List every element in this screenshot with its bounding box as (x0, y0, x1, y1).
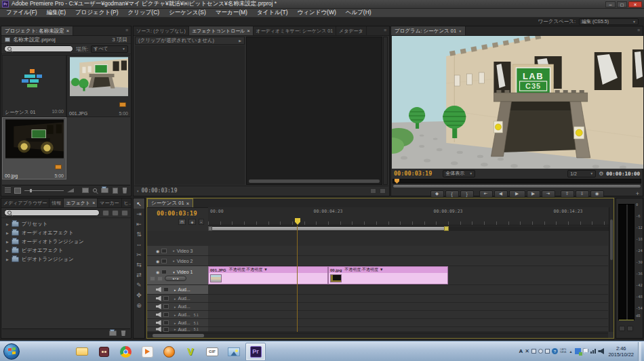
solo-left-button[interactable] (619, 326, 625, 331)
menu-marker[interactable]: マーカー(M) (211, 9, 252, 17)
timeline-timecode[interactable]: 00:00:03:19 (157, 210, 197, 217)
project-item-001jpg[interactable]: 001.JPG5:00 (66, 55, 130, 117)
tab-media-browser[interactable]: メディアブラウザー (1, 198, 49, 207)
tray-expand-button[interactable]: ▴ (569, 349, 571, 354)
button-editor-plus[interactable]: + (636, 190, 639, 197)
folder-audio-transitions[interactable]: ▶オーディオトランジション (2, 237, 130, 246)
timeline-clip-00jpg[interactable]: 00.jpg不透明度:不透明度 ▼ (328, 266, 448, 284)
close-icon[interactable]: × (186, 200, 189, 207)
speaker-icon[interactable] (156, 320, 161, 326)
menu-edit[interactable]: 編集(E) (42, 9, 71, 17)
close-icon[interactable]: × (66, 28, 69, 34)
tab-project[interactable]: プロジェクト: 名称未設定× (1, 26, 73, 35)
tool-selection[interactable]: ↖ (134, 198, 144, 209)
expand-icon[interactable]: ▸ (173, 249, 175, 253)
ime-tool-icon[interactable]: ✕ (525, 348, 529, 354)
expand-icon[interactable]: ▸ (174, 313, 176, 317)
taskbar-image-viewer[interactable] (224, 343, 244, 361)
panel-menu-icon[interactable]: ≡ (381, 26, 389, 35)
track-header-audio3[interactable]: ▸Aud... (147, 303, 208, 311)
tool-zoom[interactable]: ⊕ (134, 300, 144, 310)
new-bin-button[interactable] (101, 188, 108, 193)
timeline-h-scrollbar[interactable] (147, 333, 608, 338)
mark-in-button[interactable]: { (445, 190, 459, 198)
work-area-bar[interactable] (208, 226, 609, 231)
track-header-video2[interactable]: ◉▸Video 2 (147, 256, 208, 266)
taskbar-robot-app[interactable] (94, 343, 114, 361)
find-button[interactable] (93, 188, 97, 192)
middle-v-scrollbar[interactable] (383, 37, 388, 185)
tool-slip[interactable]: ⇆ (134, 259, 144, 270)
work-area-start-marker[interactable] (208, 226, 212, 231)
track-content-video2[interactable] (208, 256, 608, 266)
effects-search-input[interactable] (4, 209, 100, 216)
track-content-audio2[interactable] (208, 295, 608, 303)
play-button[interactable]: ▶ (509, 190, 525, 198)
marker-pin-button[interactable]: ▪ (199, 219, 204, 225)
expand-icon[interactable]: ▸ (173, 259, 175, 263)
panel-menu-icon[interactable]: ≡ (635, 26, 643, 35)
track-header-video1[interactable]: ◉▾Video 1 ◂ ⬩ ▸ (147, 266, 208, 285)
taskbar-gif-app[interactable]: GIF (202, 343, 222, 361)
tray-app-icon[interactable] (538, 349, 543, 354)
goto-in-button[interactable]: ⇤ (479, 190, 493, 198)
panel-menu-icon[interactable]: ≡ (123, 26, 131, 35)
help-icon[interactable]: ? (552, 348, 558, 354)
speaker-icon[interactable] (156, 304, 161, 310)
project-item-00jpg[interactable]: 00.jpg5:00 (2, 117, 66, 179)
list-view-button[interactable] (5, 188, 11, 193)
track-content-audio4[interactable] (208, 311, 608, 319)
sync-lock-box[interactable] (163, 296, 169, 301)
playhead-marker[interactable] (395, 179, 399, 184)
eye-icon[interactable]: ◉ (156, 259, 159, 263)
folder-video-transitions[interactable]: ▶ビデオトランジション (2, 255, 130, 263)
solo-right-button[interactable] (627, 326, 633, 331)
menu-clip[interactable]: クリップ(C) (123, 9, 165, 17)
set-marker-button[interactable]: ◆ (188, 219, 196, 225)
yuv-filter-icon[interactable] (121, 210, 128, 216)
project-item-sequence[interactable]: シーケンス 0110:00 (2, 55, 66, 117)
track-header-video3[interactable]: ◉▸Video 3 (147, 246, 208, 256)
trash-button[interactable] (122, 188, 127, 194)
snap-toggle[interactable]: ⊓ (178, 219, 186, 225)
keyframe-nav[interactable]: ◂ ⬩ ▸ (165, 276, 186, 281)
track-content-audio1[interactable] (208, 285, 608, 295)
program-scrollbar[interactable] (393, 184, 641, 188)
taskbar-chrome[interactable] (115, 343, 136, 361)
show-keyframes-icon[interactable] (157, 276, 163, 281)
ime-mode[interactable]: A (519, 348, 523, 354)
tool-track-select[interactable]: ⇥ (134, 209, 144, 219)
effect-controls-timecode[interactable]: 00:00:03:19 (142, 188, 178, 194)
speaker-icon[interactable] (156, 312, 161, 318)
fit-select[interactable]: 全体表示▼ (443, 170, 475, 177)
speaker-icon[interactable] (156, 296, 161, 301)
signal-bars-icon[interactable] (590, 349, 596, 354)
program-timecode[interactable]: 00:00:03:19 (394, 170, 432, 177)
sync-lock-box[interactable] (161, 259, 167, 263)
32bit-filter-icon[interactable] (112, 210, 119, 216)
track-header-audio1[interactable]: ▸Aud... (147, 285, 208, 295)
resolution-select[interactable]: 1/2▼ (567, 170, 596, 177)
tab-sequence-01[interactable]: シーケンス 01× (147, 198, 193, 207)
tool-pen[interactable]: ✎ (134, 280, 144, 290)
tab-metadata[interactable]: メタデータ (336, 26, 367, 35)
close-button[interactable]: ✕ (628, 1, 642, 7)
track-content-video3[interactable] (208, 246, 608, 256)
tab-effect-controls[interactable]: エフェクトコントロール× (189, 26, 254, 35)
eye-icon[interactable]: ◉ (156, 249, 159, 253)
sync-lock-box[interactable] (163, 312, 169, 317)
minimize-button[interactable]: – (605, 1, 616, 7)
sync-lock-box[interactable] (163, 320, 169, 325)
taskbar-explorer[interactable] (72, 343, 92, 361)
tool-rate-stretch[interactable]: ⇔ (134, 239, 144, 249)
menu-help[interactable]: ヘルプ(H) (341, 9, 376, 17)
expand-icon[interactable]: ▸ (174, 327, 176, 331)
taskbar-orb-app[interactable] (159, 343, 179, 361)
twirl-icon[interactable]: ▶ (239, 39, 241, 43)
track-header-audio5[interactable]: ▸Aud...5.1 (147, 319, 208, 327)
sync-lock-box[interactable] (163, 327, 169, 332)
menu-file[interactable]: ファイル(F) (1, 9, 42, 17)
speaker-icon[interactable] (156, 287, 161, 293)
menu-sequence[interactable]: シーケンス(S) (164, 9, 211, 17)
tray-clock[interactable]: 2:462015/10/22 (608, 345, 634, 358)
